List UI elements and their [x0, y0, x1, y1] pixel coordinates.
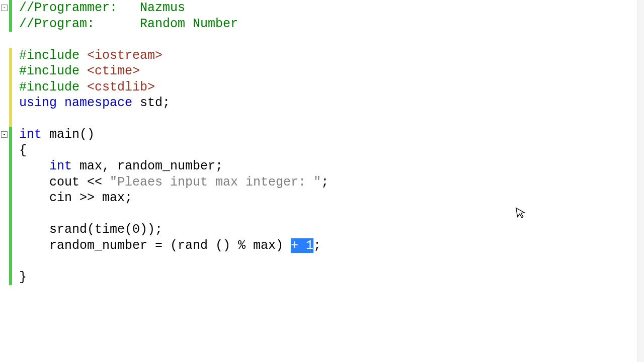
code-area[interactable]: //Programmer: Nazmus//Program: Random Nu… — [12, 0, 329, 362]
token-selected: + 1 — [291, 238, 313, 253]
token-ident: max, random_number; — [72, 159, 223, 173]
token-ident: std; — [132, 96, 170, 110]
code-line[interactable]: #include <iostream> — [19, 48, 329, 64]
token-keyword: int — [19, 127, 42, 142]
code-line[interactable]: cin >> max; — [19, 190, 329, 206]
code-line[interactable]: #include <ctime> — [19, 63, 329, 79]
code-line[interactable] — [19, 32, 329, 48]
token-ident: cout << — [49, 175, 110, 190]
token-ident: srand(time(0)); — [49, 222, 163, 237]
change-indicator-column — [9, 0, 12, 362]
code-line[interactable]: random_number = (rand () % max) + 1; — [19, 238, 329, 254]
fold-toggle-icon[interactable]: - — [1, 5, 8, 11]
change-mark — [9, 127, 12, 285]
change-mark — [9, 48, 12, 127]
token-ident: } — [19, 270, 27, 285]
code-line[interactable] — [19, 206, 329, 222]
token-header: <cstdlib> — [87, 80, 155, 95]
token-ident: main() — [42, 127, 95, 142]
code-line[interactable]: //Programmer: Nazmus — [19, 0, 329, 16]
token-directive: #include — [19, 80, 87, 95]
code-line[interactable]: } — [19, 269, 329, 286]
token-ident: random_number = (rand () % max) — [49, 238, 291, 253]
token-keyword: using namespace — [19, 96, 132, 110]
fold-gutter[interactable]: -- — [0, 0, 9, 362]
token-string: "Pleaes input max integer: " — [110, 175, 321, 190]
code-line[interactable]: #include <cstdlib> — [19, 79, 329, 96]
token-comment: Random Number — [140, 17, 238, 31]
token-comment: Nazmus — [140, 1, 185, 15]
token-directive: #include — [19, 64, 87, 78]
code-line[interactable] — [19, 253, 329, 269]
code-line[interactable]: int main() — [19, 127, 329, 143]
code-line[interactable]: //Program: Random Number — [19, 16, 329, 32]
fold-toggle-icon[interactable]: - — [1, 131, 8, 138]
token-ident: { — [19, 143, 27, 158]
token-ident: ; — [313, 238, 321, 253]
vertical-scrollbar[interactable] — [637, 0, 644, 362]
token-directive: #include — [19, 48, 87, 63]
code-editor[interactable]: -- //Programmer: Nazmus//Program: Random… — [0, 0, 644, 362]
code-line[interactable] — [19, 111, 329, 127]
change-mark — [9, 0, 12, 32]
code-line[interactable]: cout << "Pleaes input max integer: "; — [19, 174, 329, 191]
token-header: <iostream> — [87, 48, 163, 63]
code-line[interactable]: srand(time(0)); — [19, 222, 329, 238]
code-line[interactable]: { — [19, 143, 329, 159]
token-comment: //Program: — [19, 17, 140, 31]
token-ident: ; — [321, 175, 329, 190]
token-comment: //Programmer: — [19, 1, 140, 15]
code-line[interactable]: using namespace std; — [19, 95, 329, 111]
token-keyword: int — [49, 159, 72, 173]
code-line[interactable]: int max, random_number; — [19, 158, 329, 174]
token-header: <ctime> — [87, 64, 140, 78]
token-ident: cin >> max; — [49, 191, 132, 205]
